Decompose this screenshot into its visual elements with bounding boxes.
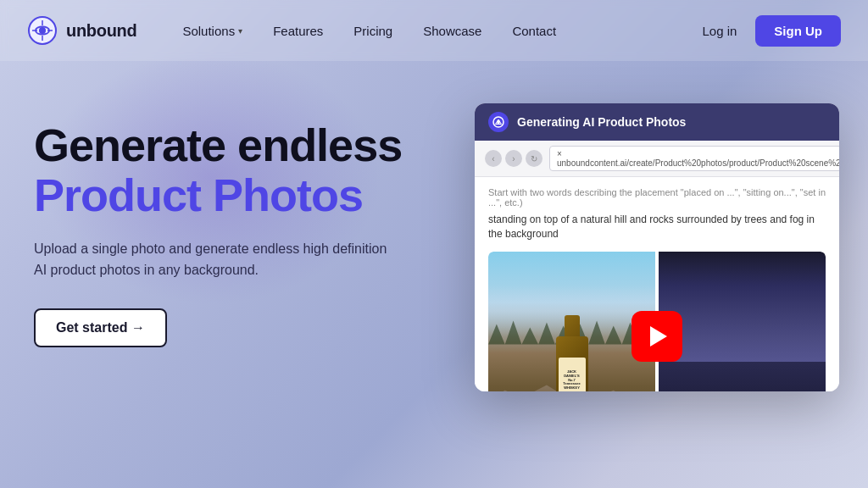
bottle-body: JACK DANIEL'SNo.7TennesseeWHISKEY: [556, 336, 588, 391]
hero-subtitle: Upload a single photo and generate endle…: [34, 238, 390, 281]
play-button[interactable]: [632, 311, 682, 362]
bottle-label: JACK DANIEL'SNo.7TennesseeWHISKEY: [559, 358, 586, 391]
logo-icon: [27, 15, 58, 46]
address-bar[interactable]: × unboundcontent.ai/create/Product%20pho…: [549, 146, 839, 171]
play-icon: [650, 326, 667, 347]
chrome-bar: Generating AI Product Photos: [475, 103, 839, 141]
bottle-product: JACK DANIEL'SNo.7TennesseeWHISKEY: [551, 311, 593, 391]
chrome-logo-icon: [488, 112, 509, 132]
hero-title-line1: Generate endless: [34, 120, 441, 170]
hero-left: Generate endless Product Photos Upload a…: [34, 112, 441, 347]
logo-wordmark: unbound: [66, 21, 136, 41]
nav-contact[interactable]: Contact: [500, 17, 568, 45]
hero-right: Generating AI Product Photos ‹ › ↻ × unb…: [475, 103, 839, 391]
nav-right: Log in Sign Up: [690, 15, 841, 47]
product-images-container: JACK DANIEL'SNo.7TennesseeWHISKEY: [488, 252, 826, 391]
svg-point-1: [39, 27, 46, 34]
app-label: Start with two words describing the plac…: [488, 187, 826, 208]
chrome-tab-title: Generating AI Product Photos: [517, 115, 826, 129]
toolbar-nav: ‹ › ↻: [485, 150, 542, 167]
app-screenshot: Generating AI Product Photos ‹ › ↻ × unb…: [475, 103, 839, 391]
svg-point-3: [497, 120, 500, 124]
forward-button[interactable]: ›: [505, 150, 522, 167]
nav-pricing[interactable]: Pricing: [342, 17, 404, 45]
nav-solutions[interactable]: Solutions ▾: [170, 17, 254, 45]
app-prompt: standing on top of a natural hill and ro…: [488, 213, 826, 241]
nav-links: Solutions ▾ Features Pricing Showcase Co…: [170, 17, 690, 45]
reload-button[interactable]: ↻: [526, 150, 542, 167]
app-toolbar: ‹ › ↻ × unboundcontent.ai/create/Product…: [475, 141, 839, 177]
bottle-label-text: JACK DANIEL'SNo.7TennesseeWHISKEY: [561, 370, 583, 391]
app-content: Start with two words describing the plac…: [475, 177, 839, 391]
logo[interactable]: unbound: [27, 15, 136, 46]
hero-title-line2: Product Photos: [34, 170, 441, 220]
signup-button[interactable]: Sign Up: [755, 15, 841, 47]
navbar: unbound Solutions ▾ Features Pricing Sho…: [0, 0, 868, 61]
product-image-left: JACK DANIEL'SNo.7TennesseeWHISKEY: [488, 252, 655, 391]
back-button[interactable]: ‹: [485, 150, 502, 167]
product-image-right: [659, 252, 826, 391]
login-button[interactable]: Log in: [690, 17, 748, 45]
get-started-button[interactable]: Get started →: [34, 308, 167, 347]
nav-features[interactable]: Features: [261, 17, 335, 45]
hero-section: Generate endless Product Photos Upload a…: [0, 61, 868, 391]
nav-showcase[interactable]: Showcase: [411, 17, 493, 45]
solutions-dropdown-icon: ▾: [238, 26, 242, 36]
